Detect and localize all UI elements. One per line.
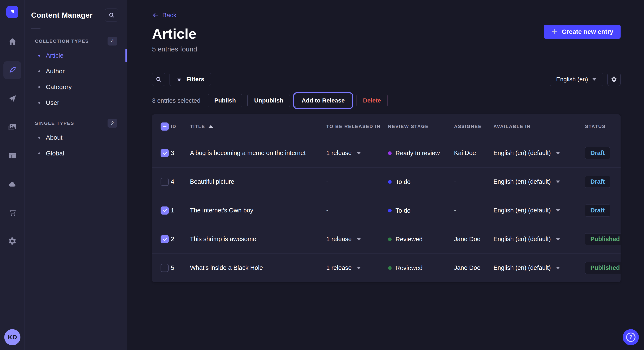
selection-bar: 3 entries selected Publish Unpublish Add…: [152, 94, 620, 107]
table-row[interactable]: 3 A bug is becoming a meme on the intern…: [152, 139, 620, 167]
add-to-release-button[interactable]: Add to Release: [295, 94, 351, 107]
user-avatar[interactable]: KD: [4, 329, 20, 345]
select-all-checkbox[interactable]: [160, 123, 169, 131]
view-settings-button[interactable]: [607, 73, 620, 86]
nav-deploy[interactable]: [4, 175, 21, 193]
release-dropdown[interactable]: 1 release: [326, 236, 361, 243]
nav-settings[interactable]: [4, 232, 21, 250]
column-header-available-in: AVAILABLE IN: [494, 114, 585, 139]
chevron-down-icon: [556, 152, 560, 154]
row-checkbox[interactable]: [160, 178, 169, 186]
status-badge: Published: [585, 233, 620, 245]
nav-home[interactable]: [4, 33, 21, 51]
column-header-id[interactable]: ID: [171, 114, 190, 139]
sidebar-title: Content Manager: [31, 11, 93, 19]
list-toolbar: Filters English (en): [152, 73, 620, 86]
release-dropdown[interactable]: 1 release: [326, 264, 361, 271]
active-indicator: [126, 49, 127, 62]
row-checkbox[interactable]: [160, 235, 169, 243]
section-label: SINGLE TYPES: [35, 121, 74, 126]
stage-dot-icon: [388, 237, 392, 241]
release-dropdown[interactable]: 1 release: [326, 150, 361, 157]
sidebar-item-label: Article: [46, 52, 64, 59]
cell-id: 3: [171, 139, 190, 167]
bullet-icon: [38, 70, 40, 72]
table-row[interactable]: 1 The internet's Own boy - To do - Engli…: [152, 196, 620, 225]
sidebar-item-label: Global: [46, 150, 64, 157]
locale-dropdown[interactable]: English (en) (default): [494, 178, 560, 185]
avatar-initials: KD: [8, 334, 17, 341]
list-search-button[interactable]: [152, 73, 165, 86]
bullet-icon: [38, 102, 40, 104]
table-row[interactable]: 4 Beautiful picture - To do - English (e…: [152, 167, 620, 196]
cell-id: 2: [171, 225, 190, 253]
delete-button[interactable]: Delete: [356, 94, 388, 107]
media-library-images-icon: [8, 123, 17, 132]
table-header-row: ID TITLE TO BE RELEASED IN REVIEW STAGE …: [152, 114, 620, 139]
settings-gear-icon: [8, 237, 17, 246]
nav-marketplace[interactable]: [4, 204, 21, 222]
chevron-down-icon: [556, 238, 560, 240]
cell-title: Beautiful picture: [190, 167, 326, 196]
sidebar-item-category[interactable]: Category: [25, 79, 127, 95]
nav-content-type-builder[interactable]: [4, 147, 21, 165]
entries-count: 5 entries found: [152, 45, 620, 53]
column-header-title-sort[interactable]: TITLE: [190, 124, 213, 129]
sidebar-divider: [31, 28, 40, 28]
sidebar-item-global[interactable]: Global: [25, 146, 127, 161]
rail-header: [0, 0, 24, 24]
cell-title: What's inside a Black Hole: [190, 253, 326, 282]
cell-title: The internet's Own boy: [190, 196, 326, 225]
status-badge: Published: [585, 262, 620, 274]
sidebar-search-button[interactable]: [105, 8, 118, 22]
selection-count-text: 3 entries selected: [152, 97, 200, 104]
main-content: Back Article 5 entries found Create new …: [127, 0, 644, 350]
search-icon: [156, 76, 162, 82]
table-row[interactable]: 2 This shrimp is awesome 1 release Revie…: [152, 225, 620, 253]
chevron-down-icon: [556, 209, 560, 212]
unpublish-button[interactable]: Unpublish: [248, 94, 290, 107]
review-stage: Reviewed: [388, 236, 422, 243]
sidebar-item-user[interactable]: User: [25, 95, 127, 111]
chevron-down-icon: [357, 238, 361, 240]
cell-assignee: -: [454, 196, 494, 225]
section-count-badge: 4: [108, 37, 117, 45]
nav-releases[interactable]: [4, 90, 21, 108]
review-stage: Reviewed: [388, 265, 422, 272]
locale-dropdown[interactable]: English (en) (default): [494, 150, 560, 157]
section-count-badge: 2: [108, 119, 117, 128]
nav-content-manager[interactable]: [4, 61, 21, 79]
content-manager-sidebar: Content Manager COLLECTION TYPES 4 Artic…: [25, 0, 127, 350]
strapi-logo[interactable]: [6, 6, 18, 18]
main-nav-rail: KD: [0, 0, 25, 350]
create-label: Create new entry: [562, 28, 613, 35]
sidebar-item-author[interactable]: Author: [25, 63, 127, 79]
content-type-builder-layout-icon: [8, 151, 17, 160]
publish-button[interactable]: Publish: [208, 94, 242, 107]
row-checkbox[interactable]: [160, 264, 169, 272]
filters-button[interactable]: Filters: [170, 73, 211, 86]
table-row[interactable]: 5 What's inside a Black Hole 1 release R…: [152, 253, 620, 282]
sidebar-item-about[interactable]: About: [25, 130, 127, 146]
sidebar-item-article[interactable]: Article: [25, 48, 127, 63]
locale-select[interactable]: English (en): [550, 73, 603, 86]
locale-dropdown[interactable]: English (en) (default): [494, 236, 560, 243]
plus-icon: [551, 28, 558, 35]
bullet-icon: [38, 153, 40, 154]
create-new-entry-button[interactable]: Create new entry: [544, 25, 620, 39]
stage-dot-icon: [388, 180, 392, 184]
status-badge: Draft: [585, 147, 610, 159]
nav-media-library[interactable]: [4, 118, 21, 136]
row-checkbox[interactable]: [160, 149, 169, 157]
back-link[interactable]: Back: [152, 11, 176, 19]
chevron-down-icon: [556, 180, 560, 183]
help-button[interactable]: ?: [623, 329, 639, 345]
deploy-cloud-icon: [8, 180, 17, 189]
marketplace-cart-icon: [8, 208, 17, 217]
locale-dropdown[interactable]: English (en) (default): [494, 264, 560, 271]
bullet-icon: [38, 137, 40, 139]
locale-dropdown[interactable]: English (en) (default): [494, 207, 560, 214]
cell-release: -: [326, 167, 388, 196]
bullet-icon: [38, 55, 40, 57]
row-checkbox[interactable]: [160, 206, 169, 214]
